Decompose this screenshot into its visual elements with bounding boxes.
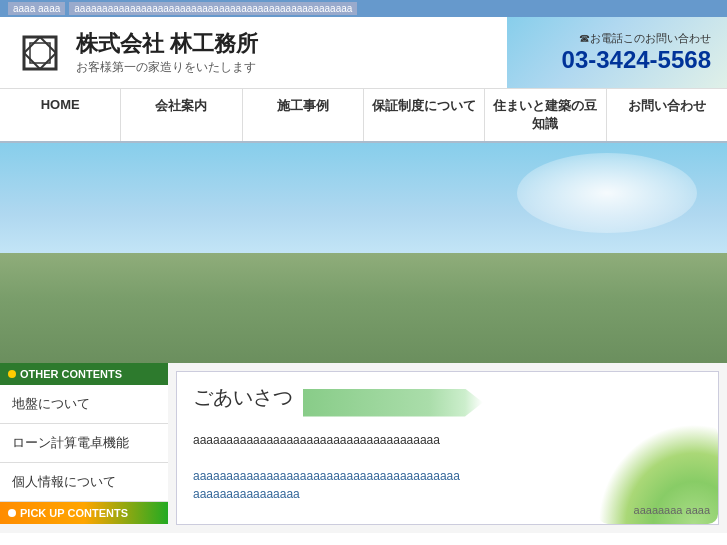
- sidebar-item-2[interactable]: 個人情報について: [0, 463, 168, 502]
- logo-area: 株式会社 林工務所 お客様第一の家造りをいたします: [0, 17, 507, 88]
- nav-item-1[interactable]: 会社案内: [121, 89, 242, 141]
- nav-item-4[interactable]: 住まいと建築の豆知識: [485, 89, 606, 141]
- hero-clouds: [517, 153, 697, 233]
- pickup-header: PICK UP CONTENTS: [0, 502, 168, 524]
- svg-line-1: [24, 37, 40, 53]
- greeting-arrow-decoration: [303, 389, 483, 417]
- hero-green: [0, 253, 727, 363]
- other-contents-dot-icon: [8, 370, 16, 378]
- top-bar-tabs: aaaa aaaa aaaaaaaaaaaaaaaaaaaaaaaaaaaaaa…: [8, 2, 357, 15]
- sidebar: OTHER CONTENTS 地盤についてローン計算電卓機能個人情報について P…: [0, 363, 168, 533]
- breadcrumb-text: aaaaaaaaaaaaaaaaaaaaaaaaaaaaaaaaaaaaaaaa…: [69, 2, 357, 15]
- top-bar: aaaa aaaa aaaaaaaaaaaaaaaaaaaaaaaaaaaaaa…: [0, 0, 727, 17]
- svg-line-2: [40, 37, 56, 53]
- nav-item-2[interactable]: 施工事例: [243, 89, 364, 141]
- nav-item-3[interactable]: 保証制度について: [364, 89, 485, 141]
- pickup-label: PICK UP CONTENTS: [20, 507, 128, 519]
- content-area: OTHER CONTENTS 地盤についてローン計算電卓機能個人情報について P…: [0, 363, 727, 533]
- contact-label: ☎お電話このお問い合わせ: [579, 31, 711, 46]
- svg-rect-5: [30, 43, 50, 63]
- company-name: 株式会社 林工務所: [76, 29, 258, 59]
- contact-phone: 03-3424-5568: [562, 46, 711, 74]
- sidebar-item-0[interactable]: 地盤について: [0, 385, 168, 424]
- main-content: ごあいさつ aaaaaaaaaaaaaaaaaaaaaaaaaaaaaaaaaa…: [176, 371, 719, 525]
- contact-area: ☎お電話このお問い合わせ 03-3424-5568: [507, 17, 727, 88]
- tab-item[interactable]: aaaa aaaa: [8, 2, 65, 15]
- nav-item-5[interactable]: お問い合わせ: [607, 89, 727, 141]
- other-contents-label: OTHER CONTENTS: [20, 368, 122, 380]
- header: 株式会社 林工務所 お客様第一の家造りをいたします ☎お電話このお問い合わせ 0…: [0, 17, 727, 89]
- company-logo-icon: [16, 29, 64, 77]
- pickup-dot-icon: [8, 509, 16, 517]
- svg-line-4: [40, 53, 56, 69]
- nav-item-0[interactable]: HOME: [0, 89, 121, 141]
- svg-rect-0: [24, 37, 56, 69]
- svg-line-3: [24, 53, 40, 69]
- other-contents-header: OTHER CONTENTS: [0, 363, 168, 385]
- sidebar-items: 地盤についてローン計算電卓機能個人情報について: [0, 385, 168, 502]
- main-navigation: HOME会社案内施工事例保証制度について住まいと建築の豆知識お問い合わせ: [0, 89, 727, 143]
- sidebar-item-1[interactable]: ローン計算電卓機能: [0, 424, 168, 463]
- greeting-title: ごあいさつ: [193, 384, 293, 411]
- company-tagline: お客様第一の家造りをいたします: [76, 59, 258, 76]
- hero-banner: [0, 143, 727, 363]
- main-footer-text: aaaaaaaa aaaa: [634, 504, 710, 516]
- logo-text: 株式会社 林工務所 お客様第一の家造りをいたします: [76, 29, 258, 76]
